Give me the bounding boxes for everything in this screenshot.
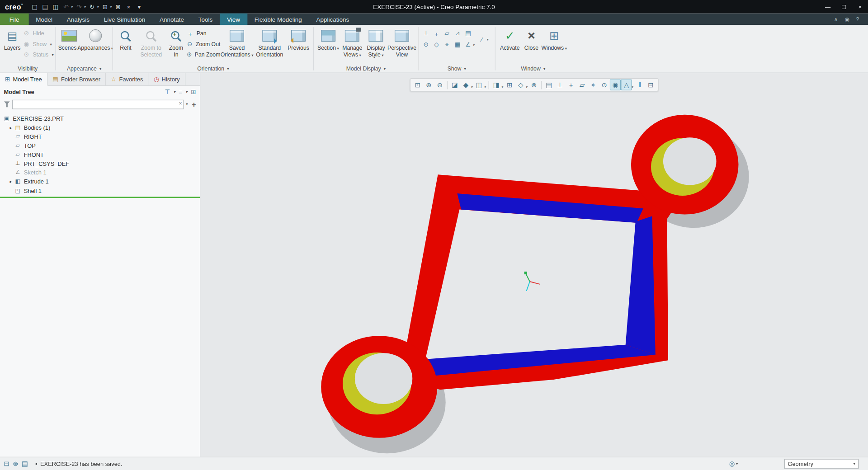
- console-icon[interactable]: ▤: [22, 460, 28, 467]
- display-style-button[interactable]: Display Style▾: [364, 27, 387, 58]
- tree-item-bodies-1-[interactable]: ▸▤Bodies (1): [0, 123, 200, 132]
- section-hatch-icon[interactable]: ∕: [476, 34, 487, 44]
- chevron-down-icon[interactable]: ▾: [473, 42, 475, 47]
- tree-item-front[interactable]: ▱FRONT: [0, 150, 200, 159]
- customize-qat-icon[interactable]: ▾: [134, 2, 144, 11]
- chevron-down-icon[interactable]: ▾: [486, 37, 488, 41]
- graphics-area[interactable]: ⊡⊕⊖◪◆▾◫▾◨▾⊞◇▾⊚▤⊥+▱⌖⊙◉△▾‖⊟: [200, 73, 868, 457]
- datum-axis-display-icon[interactable]: ⊥: [421, 29, 431, 38]
- chevron-down-icon[interactable]: ▾: [632, 85, 633, 89]
- minimize-button[interactable]: —: [820, 0, 836, 13]
- chevron-down-icon[interactable]: ▾: [484, 85, 486, 89]
- window-group-label[interactable]: Window▾: [495, 64, 571, 72]
- tree-settings-icon[interactable]: ≡: [179, 89, 182, 95]
- tab-folder-browser[interactable]: ▤Folder Browser: [47, 73, 106, 85]
- redo-icon[interactable]: ↷: [74, 2, 84, 11]
- selection-filter-select[interactable]: Geometry ▾: [784, 459, 859, 469]
- help-icon[interactable]: ?: [856, 16, 859, 22]
- perspective-view-button[interactable]: Perspective View: [387, 27, 416, 58]
- repaint-icon[interactable]: ◪: [449, 79, 460, 90]
- annotation-display-icon[interactable]: ▤: [463, 29, 473, 38]
- find-tool-button[interactable]: ◎▾: [729, 460, 738, 467]
- silhouette-display-icon[interactable]: ∠: [463, 40, 473, 49]
- csys-display-icon[interactable]: ⌖: [588, 79, 599, 90]
- orientation-group-label[interactable]: Orientation▾: [113, 64, 313, 72]
- tree-filter-input[interactable]: [12, 99, 184, 109]
- tab-model-tree[interactable]: ⊞Model Tree: [0, 73, 47, 86]
- minimize-ribbon-icon[interactable]: ∧: [834, 16, 838, 22]
- graphics-viewport[interactable]: [200, 73, 868, 457]
- chevron-down-icon[interactable]: ▾: [186, 90, 188, 94]
- show-section-icon[interactable]: ◨: [491, 79, 502, 90]
- tab-annotate[interactable]: Annotate: [152, 13, 191, 25]
- display-style-icon[interactable]: ◫: [474, 79, 485, 90]
- zoom-out-button[interactable]: ⊖Zoom Out: [186, 40, 220, 48]
- section-button[interactable]: Section▾: [316, 27, 340, 52]
- show-group-label[interactable]: Show▾: [419, 64, 495, 72]
- tree-columns-icon[interactable]: ⊞: [191, 89, 196, 96]
- chevron-down-icon[interactable]: ▾: [174, 90, 175, 94]
- tree-item-shell-1[interactable]: ◰Shell 1: [0, 186, 200, 195]
- zoom-in-button[interactable]: + Zoom In: [166, 27, 186, 58]
- tolerance-display-icon[interactable]: ⌖: [442, 40, 452, 49]
- tab-live-simulation[interactable]: Live Simulation: [97, 13, 152, 25]
- datum-axis-display-icon[interactable]: ⊥: [554, 79, 565, 90]
- realtime-sim-icon[interactable]: △: [621, 79, 632, 90]
- spin-center-icon[interactable]: ⊙: [599, 79, 609, 90]
- csys-display-icon[interactable]: ⊿: [452, 29, 462, 38]
- capture-icon[interactable]: ⊞: [504, 79, 515, 90]
- scenes-button[interactable]: Scenes▾: [58, 27, 80, 52]
- graphics-toggle-icon[interactable]: ◉: [610, 79, 621, 90]
- names-display-icon[interactable]: ▦: [452, 40, 462, 49]
- chevron-down-icon[interactable]: ▾: [501, 85, 503, 89]
- previous-button[interactable]: Previous: [286, 27, 311, 52]
- close-button[interactable]: × Close: [522, 27, 541, 52]
- view-normal-icon[interactable]: ⊚: [528, 79, 539, 90]
- layers-button[interactable]: ▤ Layers: [2, 27, 22, 52]
- refit-icon[interactable]: ⊡: [412, 79, 423, 90]
- save-icon[interactable]: ◫: [51, 2, 60, 11]
- manage-views-button[interactable]: Manage Views▾: [340, 27, 364, 58]
- standard-orientation-button[interactable]: Standard Orientation: [254, 27, 286, 58]
- maximize-button[interactable]: ☐: [836, 0, 852, 13]
- filter-options-caret[interactable]: ▾: [186, 102, 188, 107]
- tree-item-prt-csys-def[interactable]: ⊥PRT_CSYS_DEF: [0, 159, 200, 168]
- tab-model[interactable]: Model: [28, 13, 60, 25]
- web-browser-icon[interactable]: ⊛: [13, 460, 18, 467]
- datum-plane-display-icon[interactable]: ▱: [442, 29, 452, 38]
- chevron-down-icon[interactable]: ▾: [471, 85, 472, 89]
- tree-item-right[interactable]: ▱RIGHT: [0, 132, 200, 141]
- open-file-icon[interactable]: ▤: [40, 2, 50, 11]
- tab-analysis[interactable]: Analysis: [60, 13, 97, 25]
- chevron-down-icon[interactable]: ▾: [97, 5, 99, 9]
- model-display-group-label[interactable]: Model Display▾: [314, 64, 418, 72]
- tree-filters-icon[interactable]: ⊤: [165, 89, 170, 96]
- model-tree-toggle-icon[interactable]: ⊟: [4, 460, 9, 467]
- tab-view[interactable]: View: [220, 13, 247, 25]
- insert-here-indicator[interactable]: [0, 197, 200, 197]
- expand-arrow-icon[interactable]: ▸: [8, 125, 14, 130]
- tab-file[interactable]: File: [0, 13, 28, 25]
- close-window-icon[interactable]: ×: [124, 2, 133, 11]
- spin-center-display-icon[interactable]: ⊙: [421, 40, 431, 49]
- tab-history[interactable]: ◷History: [149, 73, 185, 85]
- appearances-button[interactable]: Appearances▾: [80, 27, 111, 52]
- tab-favorites[interactable]: ☆Favorites: [106, 73, 148, 85]
- tree-item-exercise-23-prt[interactable]: ▣EXERCISE-23.PRT: [0, 114, 200, 123]
- refit-button[interactable]: Refit: [115, 27, 137, 52]
- zoom-to-selected-button[interactable]: Zoom to Selected: [136, 27, 166, 58]
- new-file-icon[interactable]: ▢: [30, 2, 39, 11]
- add-filter-button[interactable]: +: [192, 100, 196, 108]
- expand-arrow-icon[interactable]: ▸: [8, 179, 14, 184]
- presence-icon[interactable]: ◉: [844, 16, 849, 22]
- sim-stop-icon[interactable]: ⊟: [645, 79, 656, 90]
- datum-plane-display-icon[interactable]: ▱: [576, 79, 587, 90]
- windows-button[interactable]: ⊞ Windows▾: [541, 27, 567, 52]
- tree-item-top[interactable]: ▱TOP: [0, 141, 200, 150]
- zoom-out-icon[interactable]: ⊖: [434, 79, 445, 90]
- saved-orientations-button[interactable]: Saved Orientations▾: [220, 27, 253, 58]
- show-button[interactable]: ◉Show▾: [22, 40, 54, 48]
- chevron-down-icon[interactable]: ▾: [71, 5, 72, 9]
- zoom-in-icon[interactable]: ⊕: [423, 79, 434, 90]
- annotation-display-icon[interactable]: ▤: [543, 79, 554, 90]
